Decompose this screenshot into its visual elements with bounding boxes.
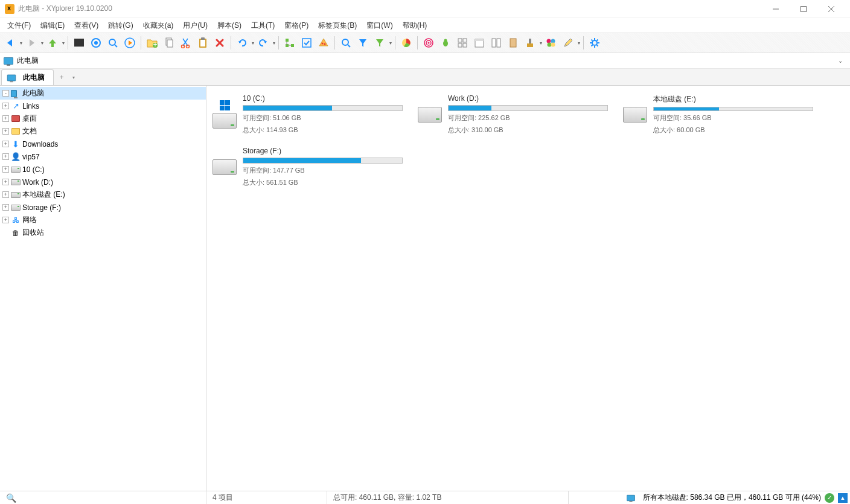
panes-icon[interactable] — [488, 35, 504, 51]
menu-tabsets[interactable]: 标签页集(B) — [313, 19, 362, 32]
tree-item[interactable]: 🗑回收站 — [0, 226, 206, 239]
forward-dropdown[interactable]: ▾ — [41, 40, 43, 46]
back-dropdown[interactable]: ▾ — [20, 40, 22, 46]
tree-item[interactable]: +Work (D:) — [0, 176, 206, 188]
drive-item[interactable]: 10 (C:)可用空间: 51.06 GB总大小: 114.93 GB — [210, 92, 403, 137]
menu-view[interactable]: 查看(V) — [69, 19, 103, 32]
color-wheel-icon[interactable] — [543, 35, 559, 51]
redo-dropdown[interactable]: ▾ — [273, 40, 275, 46]
menu-script[interactable]: 脚本(S) — [212, 19, 246, 32]
minimize-button[interactable] — [762, 0, 790, 18]
address-dropdown[interactable]: ⌄ — [834, 57, 846, 64]
forward-button[interactable] — [24, 35, 39, 51]
copy-icon[interactable] — [161, 35, 177, 51]
maximize-button[interactable] — [790, 0, 817, 18]
zoom-icon[interactable] — [105, 35, 121, 51]
select-icon[interactable] — [299, 35, 315, 51]
add-tab-button[interactable]: + — [56, 72, 67, 83]
close-button[interactable] — [817, 0, 845, 18]
delete-icon[interactable] — [212, 35, 228, 51]
status-bar: 🔍 4 项目 总可用: 460.11 GB, 容量: 1.02 TB 所有本地磁… — [0, 491, 850, 504]
drive-total: 总大小: 60.00 GB — [653, 126, 813, 135]
monitor-icon — [11, 89, 21, 98]
cut-icon[interactable] — [178, 35, 194, 51]
calendar-icon[interactable] — [471, 35, 487, 51]
drive-item[interactable]: Storage (F:)可用空间: 147.77 GB总大小: 561.51 G… — [210, 144, 403, 190]
expander-icon[interactable]: + — [2, 103, 9, 109]
pencil-icon[interactable] — [560, 35, 576, 51]
pizza-icon[interactable] — [316, 35, 331, 51]
brush-icon[interactable] — [522, 35, 538, 51]
file-list[interactable]: 10 (C:)可用空间: 51.06 GB总大小: 114.93 GBWork … — [206, 86, 850, 491]
update-badge-icon[interactable]: ▲ — [838, 493, 848, 503]
spiral-icon[interactable] — [421, 35, 436, 51]
redo-icon[interactable] — [255, 35, 271, 51]
folder-tree[interactable]: -此电脑+↗Links+桌面+文档+⬇Downloads+👤vip57+10 (… — [0, 86, 206, 491]
gear-icon[interactable] — [587, 35, 602, 51]
expander-icon[interactable]: + — [2, 179, 9, 185]
filter-green-icon[interactable] — [372, 35, 388, 51]
expander-icon[interactable]: + — [2, 153, 9, 160]
menu-goto[interactable]: 跳转(G) — [103, 19, 138, 32]
tree-item[interactable]: +🖧网络 — [0, 214, 206, 226]
filter-icon[interactable] — [355, 35, 371, 51]
svg-rect-1 — [801, 6, 807, 11]
menu-edit[interactable]: 编辑(E) — [36, 19, 69, 32]
up-button[interactable] — [45, 35, 60, 51]
menu-user[interactable]: 用户(U) — [178, 19, 212, 32]
drive-free: 可用空间: 51.06 GB — [243, 113, 403, 123]
back-button[interactable] — [2, 35, 18, 51]
address-bar[interactable]: 此电脑 ⌄ — [0, 53, 850, 69]
expander-icon[interactable]: + — [2, 217, 9, 223]
tree-item[interactable]: +本地磁盘 (E:) — [0, 188, 206, 201]
column-icon[interactable] — [505, 35, 521, 51]
apps-icon[interactable] — [455, 35, 470, 51]
ok-badge-icon[interactable]: ✓ — [825, 493, 834, 503]
expander-icon[interactable]: + — [2, 128, 9, 135]
expander-icon[interactable]: - — [2, 90, 9, 97]
menu-file[interactable]: 文件(F) — [2, 19, 36, 32]
svg-point-47 — [548, 43, 552, 47]
bug-icon[interactable] — [438, 35, 453, 51]
tree-item[interactable]: +⬇Downloads — [0, 138, 206, 150]
undo-icon[interactable] — [234, 35, 250, 51]
tree-item[interactable]: +桌面 — [0, 112, 206, 125]
menu-help[interactable]: 帮助(H) — [398, 19, 432, 32]
expander-icon[interactable]: + — [2, 115, 9, 122]
tree-icon[interactable] — [282, 35, 298, 51]
svg-point-31 — [428, 42, 430, 44]
play-icon[interactable] — [122, 35, 138, 51]
menu-window[interactable]: 窗口(W) — [362, 19, 397, 32]
tree-item[interactable]: +👤vip57 — [0, 150, 206, 163]
svg-rect-23 — [302, 39, 311, 47]
expander-icon[interactable]: + — [2, 166, 9, 173]
tree-item[interactable]: +Storage (F:) — [0, 201, 206, 214]
drive-item[interactable]: Work (D:)可用空间: 225.62 GB总大小: 310.00 GB — [415, 92, 609, 137]
tree-label: 本地磁盘 (E:) — [22, 190, 65, 200]
menu-panes[interactable]: 窗格(P) — [280, 19, 313, 32]
new-folder-icon[interactable]: + — [144, 35, 160, 51]
search-icon[interactable] — [338, 35, 354, 51]
expander-icon[interactable]: + — [2, 141, 9, 147]
svg-rect-43 — [527, 43, 533, 47]
tab-this-pc[interactable]: 此电脑 — [1, 69, 54, 85]
paste-icon[interactable] — [195, 35, 211, 51]
drive-item[interactable]: 本地磁盘 (E:)可用空间: 35.66 GB总大小: 60.00 GB — [621, 92, 814, 137]
menu-favorites[interactable]: 收藏夹(a) — [138, 19, 179, 32]
menu-tools[interactable]: 工具(T) — [246, 19, 280, 32]
up-dropdown[interactable]: ▾ — [62, 40, 65, 46]
tree-item[interactable]: +10 (C:) — [0, 163, 206, 176]
target-icon[interactable] — [88, 35, 104, 51]
usage-bar — [448, 105, 608, 111]
pie-icon[interactable] — [398, 35, 414, 51]
status-search[interactable]: 🔍 — [0, 491, 206, 504]
tree-item[interactable]: -此电脑 — [0, 87, 206, 100]
drive-icon — [11, 203, 21, 212]
tree-item[interactable]: +↗Links — [0, 100, 206, 112]
undo-dropdown[interactable]: ▾ — [252, 40, 254, 46]
expander-icon[interactable]: + — [2, 204, 9, 211]
tab-menu-button[interactable]: ▾ — [68, 72, 79, 83]
expander-icon[interactable]: + — [2, 191, 9, 198]
console-icon[interactable] — [71, 35, 87, 51]
tree-item[interactable]: +文档 — [0, 125, 206, 138]
